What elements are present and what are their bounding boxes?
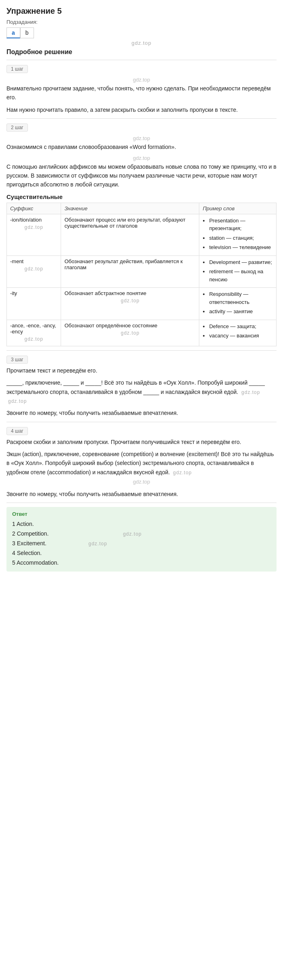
answer-item-3: 3 Excitement. gdz.top — [12, 539, 271, 549]
step-1-badge: 1 шаг — [6, 65, 28, 73]
step-1-block: 1 шаг gdz.top Внимательно прочитаем зада… — [6, 65, 277, 114]
divider-top — [6, 60, 277, 60]
list-item: Presentation — презентация; — [209, 217, 273, 232]
list-item: vacancy — вакансия — [209, 332, 273, 340]
suffix-cell-2: -ment gdz.top — [7, 255, 61, 288]
meaning-cell-4: Обозначают определённое состояние gdz.to… — [61, 320, 199, 346]
examples-cell-2: Development — развитие; retirement — вых… — [199, 255, 277, 288]
section-title: Подробное решение — [6, 48, 277, 56]
watermark-step3b: gdz.top — [8, 398, 27, 404]
watermark-step1: gdz.top — [6, 77, 277, 83]
table-row: -ity Обозначает абстрактное понятие gdz.… — [7, 288, 277, 320]
tab-b[interactable]: b — [20, 27, 34, 38]
step-4-para-2: Экшн (action), приключение, соревнование… — [6, 450, 277, 486]
watermark-ans1: gdz.top — [123, 531, 142, 537]
meaning-cell-3: Обозначает абстрактное понятие gdz.top — [61, 288, 199, 320]
page-container: Упражнение 5 Подзадания: a b gdz.top Под… — [0, 0, 283, 588]
step-2-para-1: Ознакомимся с правилами словообразования… — [6, 142, 277, 151]
suffix-cell-3: -ity — [7, 288, 61, 320]
divider-3 — [6, 422, 277, 422]
step-1-para-1: Внимательно прочитаем задание, чтобы пон… — [6, 84, 277, 102]
suffix-table: Суффикс Значение Пример слов -ion/tion/a… — [6, 203, 277, 346]
examples-cell-4: Defence — защита; vacancy — вакансия — [199, 320, 277, 346]
suffix-cell-1: -ion/tion/ation gdz.top — [7, 214, 61, 255]
step-3-para-2: _____, приключение, _____ и _____! Всё э… — [6, 378, 277, 405]
step-2-badge: 2 шаг — [6, 124, 28, 132]
answer-block: Ответ 1 Action. 2 Competition. gdz.top 3… — [6, 507, 277, 572]
examples-cell-1: Presentation — презентация; station — ст… — [199, 214, 277, 255]
answer-list: 1 Action. 2 Competition. gdz.top 3 Excit… — [12, 519, 271, 567]
list-item: television — телевидение — [209, 243, 273, 251]
list-item: station — станция; — [209, 234, 273, 242]
table-row: -ion/tion/ation gdz.top Обозначают проце… — [7, 214, 277, 255]
step-3-block: 3 шаг Прочитаем текст и переведём его. _… — [6, 356, 277, 418]
suffix-cell-4: -ance, -ence, -ancy, -ency gdz.top — [7, 320, 61, 346]
watermark-top: gdz.top — [6, 40, 277, 46]
step-4-para-1: Раскроем скобки и заполним пропуски. Про… — [6, 438, 277, 446]
watermark-r4a: gdz.top — [10, 336, 57, 342]
examples-cell-3: Responsibility — ответственность activit… — [199, 288, 277, 320]
table-row: -ment gdz.top Обозначает результат дейст… — [7, 255, 277, 288]
watermark-step4a: gdz.top — [173, 470, 192, 475]
table-row: -ance, -ence, -ancy, -ency gdz.top Обозн… — [7, 320, 277, 346]
col-suffix: Суффикс — [7, 203, 61, 214]
step-4-block: 4 шаг Раскроем скобки и заполним пропуск… — [6, 427, 277, 499]
watermark-step2a: gdz.top — [6, 135, 277, 141]
step-3-para-3: Звоните по номеру, чтобы получить незабы… — [6, 408, 277, 417]
watermark-r4b: gdz.top — [64, 330, 196, 336]
col-examples: Пример слов — [199, 203, 277, 214]
meaning-cell-1: Обозначают процесс или его результат, об… — [61, 214, 199, 255]
list-item: activity — занятие — [209, 308, 273, 316]
tab-a[interactable]: a — [6, 27, 20, 38]
step-4-para-3: Звоните по номеру, чтобы получить незабы… — [6, 490, 277, 498]
list-item: Responsibility — ответственность — [209, 290, 273, 306]
watermark-step4b: gdz.top — [6, 478, 277, 486]
step-2-block: 2 шаг gdz.top Ознакомимся с правилами сл… — [6, 124, 277, 346]
subtask-label: Подзадания: — [6, 19, 277, 25]
watermark-step3a: gdz.top — [241, 389, 260, 395]
meaning-cell-2: Обозначает результат действия, прибавляе… — [61, 255, 199, 288]
divider-2 — [6, 350, 277, 351]
noun-section-title: Существительные — [6, 193, 277, 200]
divider-4 — [6, 503, 277, 503]
watermark-r2: gdz.top — [10, 266, 57, 272]
answer-item-4: 4 Selection. — [12, 549, 271, 558]
subtask-tabs: a b — [6, 27, 277, 38]
list-item: Development — развитие; — [209, 258, 273, 266]
step-1-para-2: Нам нужно прочитать правило, а затем рас… — [6, 105, 277, 114]
divider-1 — [6, 118, 277, 119]
watermark-ans2: gdz.top — [89, 541, 107, 547]
list-item: retirement — выход на пенсию — [209, 268, 273, 283]
answer-item-2: 2 Competition. gdz.top — [12, 529, 271, 539]
list-item: Defence — защита; — [209, 322, 273, 331]
watermark-step2b: gdz.top — [6, 155, 277, 161]
watermark-r3: gdz.top — [64, 298, 196, 304]
watermark-r1: gdz.top — [10, 224, 57, 230]
exercise-title: Упражнение 5 — [6, 6, 277, 16]
step-2-para-2: С помощью английских аффиксов мы можем о… — [6, 162, 277, 189]
answer-label: Ответ — [12, 511, 271, 517]
answer-item-1: 1 Action. — [12, 519, 271, 529]
step-3-badge: 3 шаг — [6, 356, 28, 364]
step-4-badge: 4 шаг — [6, 427, 28, 435]
answer-item-5: 5 Accommodation. — [12, 558, 271, 568]
col-meaning: Значение — [61, 203, 199, 214]
step-3-para-1: Прочитаем текст и переведём его. — [6, 366, 277, 375]
